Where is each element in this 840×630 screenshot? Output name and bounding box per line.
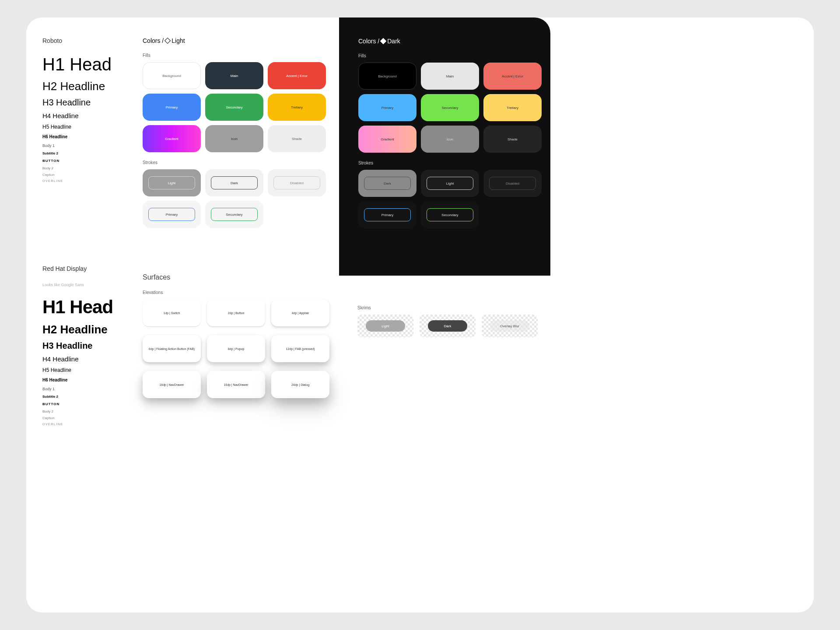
- skrim-cell: Overlay Blur: [482, 315, 538, 337]
- h1-sample: H1 Head: [42, 55, 130, 74]
- color-swatch: Accent | Error: [483, 63, 542, 90]
- body2-sample: Body 2: [42, 166, 130, 170]
- caption-sample: Caption: [42, 173, 130, 177]
- elevation-card: 8dp | Popup: [207, 335, 265, 362]
- button-sample: BUTTON: [42, 159, 130, 163]
- stroke-swatch-inner: Primary: [148, 208, 195, 221]
- elevation-card: 4dp | Appbar: [271, 299, 329, 326]
- stroke-swatch: Secondary: [205, 201, 263, 228]
- color-swatch: Background: [143, 62, 201, 89]
- artboard: Roboto H1 Head H2 Headline H3 Headline H…: [26, 18, 814, 612]
- color-swatch: Accent | Error: [268, 62, 326, 89]
- h5-sample: H5 Headline: [42, 367, 130, 373]
- body2-sample: Body 2: [42, 410, 130, 413]
- elevation-card: 24dp | Dialog: [271, 371, 329, 398]
- subtitle2-sample: Subtitle 2: [42, 395, 130, 399]
- diamond-filled-icon: [380, 38, 386, 44]
- strokes-grid: LightDarkDisabledPrimarySecondary: [143, 169, 340, 228]
- h6-sample: H6 Headline: [42, 134, 130, 139]
- stroke-swatch-inner: Secondary: [427, 208, 473, 221]
- h5-sample: H5 Headline: [42, 124, 130, 130]
- typography-redhat: Red Hat Display Looks like Google Sans H…: [42, 265, 130, 426]
- fills-grid: BackgroundMainAccent | ErrorPrimarySecon…: [358, 63, 541, 153]
- body1-sample: Body 1: [42, 387, 130, 391]
- elevation-card: 2dp | Button: [207, 299, 265, 326]
- stroke-swatch: Disabled: [483, 170, 542, 197]
- elevation-card: 1dp | Switch: [143, 299, 201, 326]
- stroke-swatch: Light: [421, 170, 479, 197]
- colors-dark-panel: Colors / Dark Fills BackgroundMainAccent…: [339, 18, 550, 276]
- panel-title-prefix: Colors /: [358, 38, 379, 45]
- diamond-outline-icon: [164, 38, 171, 44]
- h6-sample: H6 Headline: [42, 378, 130, 382]
- stroke-swatch-inner: Disabled: [489, 177, 536, 190]
- skrims-section: Skrims LightDarkOverlay Blur: [357, 298, 546, 337]
- stroke-swatch-inner: Light: [148, 176, 195, 189]
- stroke-swatch-inner: Light: [427, 177, 473, 190]
- color-swatch: Secondary: [205, 94, 263, 121]
- stroke-swatch-inner: Primary: [364, 208, 410, 221]
- skrims-grid: LightDarkOverlay Blur: [357, 315, 546, 337]
- h3-sample: H3 Headline: [42, 341, 130, 351]
- color-swatch: Icon: [421, 126, 479, 153]
- fills-label: Fills: [358, 53, 541, 58]
- caption-sample: Caption: [42, 416, 130, 420]
- panel-title-prefix: Colors /: [143, 37, 164, 44]
- button-sample: BUTTON: [42, 402, 130, 406]
- color-swatch: Gradient: [358, 126, 416, 153]
- elevation-card: 12dp | FAB (pressed): [271, 335, 329, 362]
- stroke-swatch: Dark: [205, 169, 263, 196]
- elevations-label: Elevations: [143, 290, 335, 295]
- color-swatch: Tretiary: [268, 94, 326, 121]
- skrim-cell: Dark: [420, 315, 476, 337]
- stroke-swatch: Light: [143, 169, 201, 196]
- color-swatch: Gradient: [143, 125, 201, 152]
- skrim-pill: Dark: [428, 320, 467, 332]
- typography-roboto: Roboto H1 Head H2 Headline H3 Headline H…: [42, 37, 130, 182]
- elevations-grid: 1dp | Switch2dp | Button4dp | Appbar6dp …: [143, 299, 335, 398]
- h2-sample: H2 Headline: [42, 323, 130, 336]
- stroke-swatch-inner: Secondary: [211, 208, 257, 221]
- color-swatch: Background: [358, 63, 416, 90]
- strokes-label: Strokes: [143, 160, 340, 165]
- skrims-label: Skrims: [357, 305, 546, 310]
- color-swatch: Secondary: [421, 94, 479, 121]
- typography-title: Red Hat Display: [42, 265, 130, 272]
- stroke-swatch: Primary: [358, 201, 416, 228]
- color-swatch: Main: [205, 62, 263, 89]
- h1-sample: H1 Head: [42, 297, 130, 318]
- skrim-pill: Overlay Blur: [490, 320, 529, 332]
- color-swatch: Primary: [143, 94, 201, 121]
- stroke-swatch: Dark: [358, 170, 416, 197]
- h2-sample: H2 Headline: [42, 80, 130, 93]
- body1-sample: Body 1: [42, 144, 130, 148]
- typography-subtitle: Looks like Google Sans: [42, 283, 130, 287]
- stroke-swatch: Primary: [143, 201, 201, 228]
- fills-grid: BackgroundMainAccent | ErrorPrimarySecon…: [143, 62, 340, 152]
- stroke-swatch-inner: Dark: [211, 176, 257, 189]
- elevation-card: 6dp | Floating Action Button (FAB): [143, 335, 201, 362]
- skrim-cell: Light: [357, 315, 413, 337]
- stroke-swatch-inner: Disabled: [273, 176, 320, 189]
- stroke-swatch: Secondary: [421, 201, 479, 228]
- color-swatch: Tretiary: [483, 94, 542, 121]
- elevation-card: 16dp | NavDrawer: [143, 371, 201, 398]
- colors-light-panel: Colors / Light Fills BackgroundMainAccen…: [143, 37, 340, 228]
- strokes-label: Strokes: [358, 161, 541, 165]
- panel-title-mode: Dark: [387, 38, 400, 45]
- h4-sample: H4 Headline: [42, 355, 130, 363]
- surfaces-title: Surfaces: [143, 273, 335, 281]
- color-swatch: Primary: [358, 94, 416, 121]
- h3-sample: H3 Headline: [42, 98, 130, 108]
- skrim-pill: Light: [366, 320, 405, 332]
- panel-title-mode: Light: [172, 37, 185, 44]
- overline-sample: OVERLINE: [42, 179, 130, 182]
- fills-label: Fills: [143, 53, 340, 58]
- color-swatch: Icon: [205, 125, 263, 152]
- typography-title: Roboto: [42, 37, 130, 44]
- h4-sample: H4 Headline: [42, 112, 130, 119]
- stroke-swatch: Disabled: [268, 169, 326, 196]
- color-swatch: Shade: [268, 125, 326, 152]
- color-swatch: Main: [421, 63, 479, 90]
- overline-sample: OVERLINE: [42, 423, 130, 426]
